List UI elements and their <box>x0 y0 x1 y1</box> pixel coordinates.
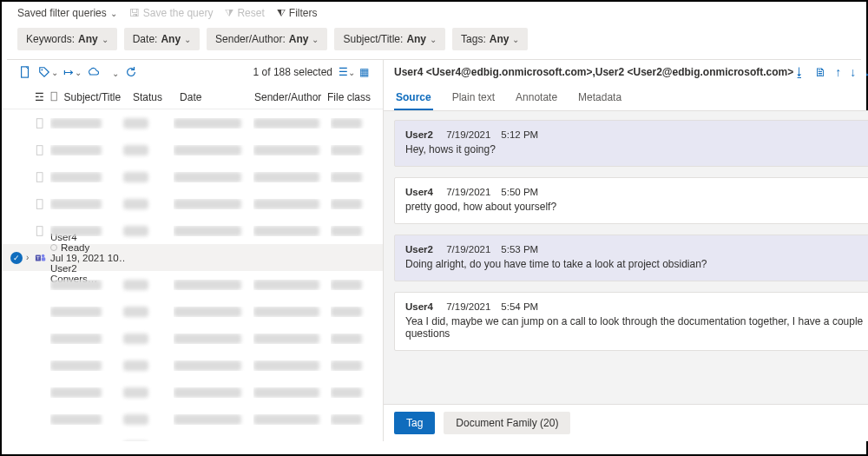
refresh-icon[interactable] <box>125 66 144 78</box>
filters-button[interactable]: ⧨ Filters <box>277 7 318 19</box>
msg-time: 5:12 PM <box>501 129 538 140</box>
reader-title: User4 <User4@edbig.onmicrosoft.com>,User… <box>394 66 793 78</box>
next-icon[interactable]: ↓ <box>850 65 856 79</box>
chip-value: Any <box>78 33 98 45</box>
prev-icon[interactable]: ↑ <box>835 65 841 79</box>
funnel-reset-icon: ⧩ <box>225 7 233 19</box>
cell-subject: User4 ReadyJul 19, 2021 10:12 ...User2 C… <box>50 232 124 284</box>
list-row[interactable] <box>2 136 383 163</box>
list-row[interactable] <box>2 109 383 136</box>
col-type-icon <box>49 91 64 103</box>
col-subject[interactable]: Subject/Title <box>64 91 133 103</box>
cloud-sync-icon[interactable] <box>87 66 106 78</box>
svg-rect-12 <box>42 257 45 261</box>
chip-value: Any <box>289 33 309 45</box>
conversation-message: User4 7/19/20215:50 PMpretty good, how a… <box>394 177 868 224</box>
svg-rect-3 <box>51 92 56 101</box>
cell-status: Ready <box>50 242 101 253</box>
tab-plain-text[interactable]: Plain text <box>450 84 496 110</box>
filter-chip-date[interactable]: Date: Any ⌄ <box>124 28 200 50</box>
open-new-icon[interactable]: 🗎 <box>814 65 826 79</box>
col-sender[interactable]: Sender/Author <box>254 91 327 103</box>
col-select: ☲ <box>35 91 49 103</box>
svg-point-2 <box>42 69 43 71</box>
saved-filter-queries-dropdown[interactable]: Saved filter queries ⌄ <box>17 7 117 19</box>
chevron-down-icon: ⌄ <box>430 35 437 44</box>
list-row[interactable] <box>2 379 383 406</box>
list-row-selected[interactable]: ✓›TUser4 ReadyJul 19, 2021 10:12 ...User… <box>2 244 383 271</box>
grid-view-icon[interactable]: ▦ <box>355 66 372 78</box>
list-row[interactable] <box>2 352 383 379</box>
funnel-icon: ⧨ <box>277 7 286 19</box>
svg-rect-7 <box>36 199 43 208</box>
list-row[interactable] <box>2 325 383 352</box>
chevron-down-icon: ⌄ <box>75 68 82 77</box>
svg-rect-6 <box>36 172 43 182</box>
col-fileclass[interactable]: File class <box>327 91 376 103</box>
tab-source[interactable]: Source <box>394 84 433 110</box>
chip-label: Keywords: <box>26 33 75 45</box>
status-dot-icon <box>50 244 57 251</box>
chevron-down-icon: ⌄ <box>312 35 319 44</box>
msg-from: User2 <box>405 129 436 140</box>
msg-time: 5:50 PM <box>501 187 538 197</box>
chip-value: Any <box>406 33 426 45</box>
msg-body: Yea I did, maybe we can jump on a call t… <box>405 315 868 340</box>
col-status[interactable]: Status <box>133 91 180 103</box>
chip-label: Sender/Author: <box>215 33 286 45</box>
tag-button[interactable]: Tag <box>394 412 435 434</box>
chip-label: Date: <box>133 33 158 45</box>
svg-text:T: T <box>36 254 40 260</box>
chip-value: Any <box>161 33 181 45</box>
col-date[interactable]: Date <box>180 91 254 103</box>
msg-body: Doing alright, do you have time to take … <box>405 258 868 270</box>
more-dropdown-icon[interactable]: ⌄ <box>106 65 125 79</box>
chevron-down-icon: ⌄ <box>102 35 108 44</box>
nav-dropdown-icon[interactable]: ↦ ⌄ <box>63 65 87 79</box>
chevron-down-icon: ⌄ <box>512 35 519 44</box>
save-query-label: Save the query <box>143 7 214 19</box>
expand-icon[interactable]: ⤢ <box>865 65 868 79</box>
filter-chip-subject[interactable]: Subject/Title: Any ⌄ <box>334 28 445 50</box>
list-row[interactable] <box>2 433 383 441</box>
check-icon: ✓ <box>10 252 23 264</box>
msg-body: Hey, hows it going? <box>405 143 868 155</box>
msg-date: 7/19/2021 <box>446 301 490 312</box>
chevron-down-icon: ⌄ <box>184 35 191 44</box>
svg-point-11 <box>42 254 45 257</box>
list-view-icon[interactable]: ☰⌄ <box>338 66 355 78</box>
chip-label: Subject/Title: <box>343 33 403 45</box>
msg-time: 5:53 PM <box>501 244 538 254</box>
msg-date: 7/19/2021 <box>446 129 490 140</box>
reset-filters-button: ⧩ Reset <box>225 7 264 19</box>
tab-annotate[interactable]: Annotate <box>514 84 559 110</box>
download-icon[interactable]: ⭳ <box>793 65 806 79</box>
chip-value: Any <box>490 33 510 45</box>
filter-chip-sender[interactable]: Sender/Author: Any ⌄ <box>207 28 327 50</box>
reset-label: Reset <box>237 7 264 19</box>
list-row[interactable] <box>2 190 383 217</box>
msg-body: pretty good, how about yourself? <box>405 201 868 213</box>
filters-label: Filters <box>289 7 318 19</box>
chevron-down-icon: ⌄ <box>110 9 117 18</box>
selection-count: 1 of 188 selected <box>253 66 332 78</box>
tag-dropdown-icon[interactable]: ⌄ <box>38 66 63 78</box>
svg-rect-5 <box>36 145 43 155</box>
filter-chip-keywords[interactable]: Keywords: Any ⌄ <box>17 28 117 50</box>
msg-from: User2 <box>405 244 436 254</box>
msg-date: 7/19/2021 <box>446 244 490 254</box>
new-document-icon[interactable] <box>19 66 38 78</box>
msg-date: 7/19/2021 <box>446 187 490 197</box>
svg-rect-8 <box>36 226 43 235</box>
chevron-down-icon: ⌄ <box>51 68 58 77</box>
list-row[interactable] <box>2 298 383 325</box>
tab-metadata[interactable]: Metadata <box>576 84 623 110</box>
list-row[interactable] <box>2 163 383 190</box>
document-family-button[interactable]: Document Family (20) <box>444 412 570 434</box>
chip-label: Tags: <box>461 33 486 45</box>
expand-row-icon[interactable]: › <box>26 253 29 262</box>
msg-from: User4 <box>405 187 436 197</box>
filter-chip-tags[interactable]: Tags: Any ⌄ <box>452 28 528 50</box>
list-row[interactable] <box>2 406 383 433</box>
msg-from: User4 <box>405 301 436 312</box>
